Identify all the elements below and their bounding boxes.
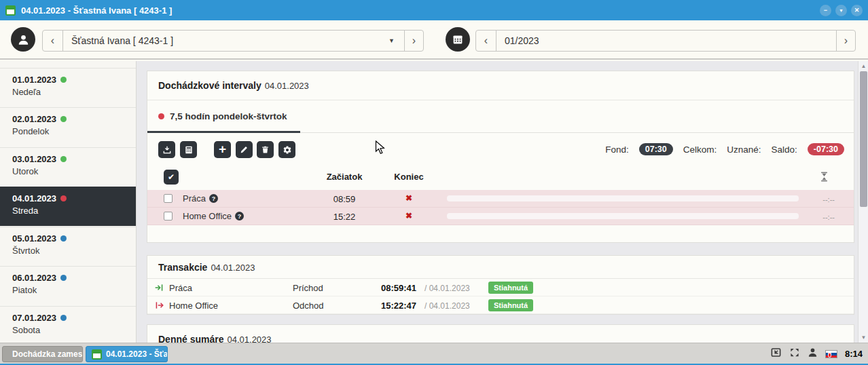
missing-end-icon: ✖ [385,193,433,203]
window-titlebar: 04.01.2023 - Šťastná Ivana [ 4243-1 ] − … [0,0,868,20]
transaction-date: / 04.01.2023 [424,301,470,311]
edit-interval-button[interactable] [236,141,253,158]
employee-menu-button[interactable] [11,27,35,52]
period-prev-button[interactable]: ‹ [476,31,496,51]
transaction-time: 15:22:47 [381,301,416,311]
delete-interval-button[interactable] [257,141,274,158]
chevron-right-icon: › [412,35,416,47]
chevron-right-icon: › [844,35,848,47]
tab-label: 7,5 hodín pondelok-štvrtok [170,111,287,121]
window-title: 04.01.2023 - Šťastná Ivana [ 4243-1 ] [21,5,172,16]
fullscreen-icon[interactable] [789,347,800,360]
day-item-02-01-2023[interactable]: 02.01.2023 Pondelok [0,107,136,147]
transaction-name: Home Office [169,301,218,311]
day-weekday: Nedeľa [12,87,136,97]
intervals-panel: Dochádzkové intervaly04.01.2023 7,5 hodí… [147,71,854,243]
interval-row-praca[interactable]: Práca? 08:59 ✖ --:-- [147,190,854,208]
tab-shift-model[interactable]: 7,5 hodín pondelok-štvrtok [147,100,298,132]
status-dot-blue [60,315,67,321]
calendar-icon [5,5,16,16]
daily-summary-date: 04.01.2023 [227,334,271,343]
intervals-header: Dochádzkové intervaly04.01.2023 [147,71,854,100]
sign-in-icon [154,283,164,295]
day-item-05-01-2023[interactable]: 05.01.2023 Štvrtok [0,227,136,266]
employee-select[interactable]: Šťastná Ivana [ 4243-1 ] ▼ [63,31,404,51]
transaction-name: Práca [169,283,192,293]
day-date: 04.01.2023 [12,193,56,204]
daily-summary-panel: Denné sumáre04.01.2023 [147,324,854,343]
transaction-row-odchod[interactable]: Home Office Odchod 15:22:47 / 04.01.2023… [147,296,854,314]
day-weekday: Pondelok [12,126,136,136]
fond-label: Fond: [605,145,629,155]
scroll-down-arrow[interactable]: ▼ [858,333,868,342]
saldo-label: Saldo: [772,145,797,155]
employee-prev-button[interactable]: ‹ [43,31,63,51]
person-icon [17,33,30,46]
taskbar-app-label: Dochádzka zamest [12,349,83,359]
scroll-up-arrow[interactable]: ▲ [858,62,868,71]
add-interval-button[interactable]: + [214,141,231,158]
calculator-button[interactable] [180,141,197,158]
vertical-scrollbar[interactable]: ▲ ▼ [858,61,868,343]
employee-next-button[interactable]: › [404,31,423,51]
download-button[interactable] [158,141,175,158]
navigation-toolbar: ‹ Šťastná Ivana [ 4243-1 ] ▼ › ‹ 01/2023… [0,20,868,60]
status-badge: Stiahnutá [488,282,533,294]
help-icon[interactable]: ? [209,194,218,203]
transaction-time: 08:59:41 [381,283,416,293]
day-date: 07.01.2023 [12,313,56,323]
status-dot-green [60,116,67,122]
missing-end-icon: ✖ [385,211,433,220]
row-checkbox[interactable] [164,212,173,220]
download-icon [162,145,172,155]
calculator-icon [184,145,194,155]
minimize-icon: − [824,7,827,14]
close-button[interactable]: ✕ [851,5,863,16]
day-item-07-01-2023[interactable]: 07.01.2023 Sobota [0,306,136,343]
restore-button[interactable]: ▼ [835,5,847,16]
chevron-left-icon: ‹ [484,35,488,47]
help-icon[interactable]: ? [235,212,244,220]
caret-down-icon: ▼ [839,8,844,13]
column-header-start: Začiatok [304,172,385,182]
day-item-03-01-2023[interactable]: 03.01.2023 Utorok [0,147,136,187]
user-icon[interactable] [808,347,818,360]
scrollbar-thumb[interactable] [860,71,867,207]
celkom-label: Celkom: [683,145,717,155]
day-item-01-01-2023[interactable]: 01.01.2023 Nedeľa [0,68,136,107]
period-select-value: 01/2023 [505,35,539,46]
select-all-checkbox[interactable]: ✔ [164,170,179,185]
daily-summary-header: Denné sumáre04.01.2023 [147,325,854,343]
interval-start: 08:59 [304,194,385,204]
period-menu-button[interactable] [446,27,470,52]
taskbar-app-button[interactable]: Dochádzka zamest [2,346,83,362]
main-panels: Dochádzkové intervaly04.01.2023 7,5 hodí… [137,61,858,343]
language-flag-icon[interactable] [825,350,837,358]
day-weekday: Piatok [12,285,136,295]
interval-progress-bar [447,195,799,201]
period-select[interactable]: 01/2023 [496,31,836,51]
settings-button[interactable] [278,141,295,158]
day-item-04-01-2023-selected[interactable]: 04.01.2023 Streda [0,187,136,226]
interval-row-home-office[interactable]: Home Office? 15:22 ✖ --:-- [147,208,854,225]
chevron-down-icon: ▼ [388,37,395,44]
period-next-button[interactable]: › [836,31,855,51]
status-dot-green [60,156,67,162]
taskbar-window-label: 04.01.2023 - Šťastn [106,349,168,359]
transaction-row-prichod[interactable]: Práca Príchod 08:59:41 / 04.01.2023 Stia… [147,279,854,296]
intervals-title: Dochádzkové intervaly [158,80,261,91]
row-checkbox[interactable] [164,194,173,203]
interval-start: 15:22 [304,212,385,222]
minimize-button[interactable]: − [820,5,831,16]
intervals-table-header: ✔ Začiatok Koniec [147,166,854,190]
pencil-icon [240,145,249,154]
day-list: 01.01.2023 Nedeľa 02.01.2023 Pondelok 03… [0,61,137,343]
status-badge: Stiahnutá [488,299,533,311]
taskbar-window-button[interactable]: 04.01.2023 - Šťastn [86,346,168,362]
transaction-date: / 04.01.2023 [424,284,470,293]
period-selector: ‹ 01/2023 › [475,30,856,52]
restore-view-icon[interactable] [770,347,782,360]
saldo-badge: -07:30 [808,143,844,155]
interval-progress-bar [447,213,799,219]
day-item-06-01-2023[interactable]: 06.01.2023 Piatok [0,266,136,305]
